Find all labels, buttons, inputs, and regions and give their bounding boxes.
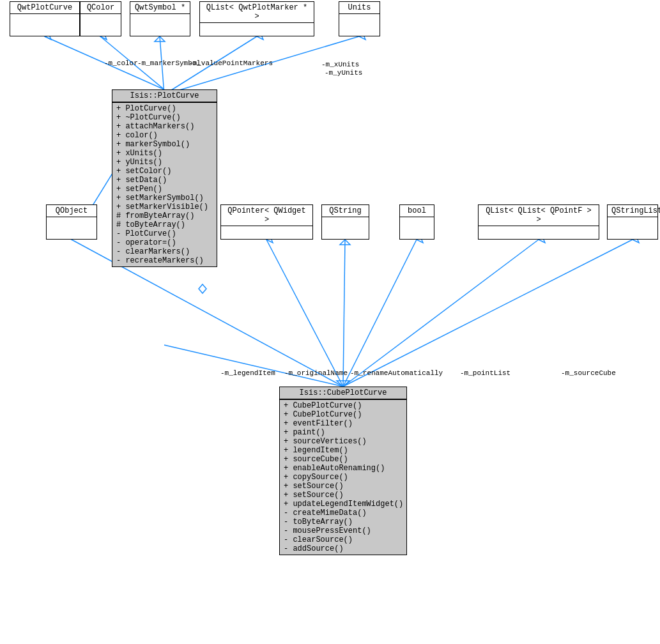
method-cube-6: + legendItem() (284, 446, 403, 455)
box-bool[interactable]: bool (399, 204, 434, 240)
method-cube-3: + eventFilter() (284, 419, 403, 428)
label-m-pointlist: -m_pointList (460, 369, 510, 377)
svg-line-19 (343, 240, 417, 387)
method-plotcurve-11: + setMarkerSymbol() (116, 194, 213, 203)
box-qstring-header: QString (322, 205, 369, 217)
box-qstringlist-body (608, 217, 657, 220)
method-plotcurve-10: + setPen() (116, 185, 213, 194)
label-m-originalname: -m_originalName (284, 369, 348, 377)
method-plotcurve-15: - PlotCurve() (116, 229, 213, 238)
label-m-legenditem: -m_legendItem (220, 369, 275, 377)
box-qobject-header: QObject (47, 205, 96, 217)
box-qwtplotcurve-body (10, 14, 79, 17)
box-qwtplotcurve-header: QwtPlotCurve (10, 2, 79, 14)
method-plotcurve-3: + attachMarkers() (116, 122, 213, 131)
method-plotcurve-6: + xUnits() (116, 149, 213, 158)
box-qlistmarker[interactable]: QList< QwtPlotMarker * > (199, 1, 314, 36)
label-m-xunits: -m_xUnits (321, 61, 359, 68)
box-qstringlist-header: QStringList (608, 205, 657, 217)
box-qwtplotcurve[interactable]: QwtPlotCurve (10, 1, 80, 36)
svg-line-15 (266, 240, 343, 387)
box-qwtsymbol[interactable]: QwtSymbol * (130, 1, 190, 36)
box-qlistmarker-header: QList< QwtPlotMarker * > (200, 2, 314, 23)
method-cube-11: + setSource() (284, 491, 403, 500)
method-cube-15: - mousePressEvent() (284, 526, 403, 535)
box-bool-body (400, 217, 434, 220)
box-units[interactable]: Units (339, 1, 380, 36)
method-plotcurve-12: + setMarkerVisible() (116, 203, 213, 211)
box-bool-header: bool (400, 205, 434, 217)
box-qobject-body (47, 217, 96, 220)
svg-marker-26 (199, 284, 206, 293)
box-qlistqpointf-header: QList< QList< QPointF > > (479, 205, 599, 226)
box-units-body (339, 14, 380, 17)
svg-line-23 (343, 240, 633, 387)
diagram-container: -m_color -m_markerSymbol -m_valuePointMa… (0, 0, 660, 644)
method-plotcurve-4: + color() (116, 131, 213, 140)
method-plotcurve-17: - clearMarkers() (116, 247, 213, 256)
box-qstring-body (322, 217, 369, 220)
box-qcolor[interactable]: QColor (80, 1, 121, 36)
box-qcolor-body (81, 14, 121, 17)
box-qpointerwidget-header: QPointer< QWidget > (221, 205, 312, 226)
method-plotcurve-16: - operator=() (116, 238, 213, 247)
method-plotcurve-5: + markerSymbol() (116, 140, 213, 149)
method-plotcurve-9: + setData() (116, 176, 213, 185)
label-m-valuepointmarkers: -m_valuePointMarkers (188, 59, 273, 67)
svg-line-17 (343, 240, 345, 387)
method-plotcurve-1: + PlotCurve() (116, 104, 213, 113)
box-qobject[interactable]: QObject (46, 204, 97, 240)
svg-line-21 (343, 240, 539, 387)
label-m-sourcecube: -m_sourceCube (561, 369, 616, 377)
method-cube-4: + paint() (284, 428, 403, 437)
method-cube-16: - clearSource() (284, 535, 403, 544)
method-cube-12: + updateLegendItemWidget() (284, 500, 403, 509)
box-plotcurve-body: + PlotCurve() + ~PlotCurve() + attachMar… (112, 103, 217, 266)
svg-marker-13 (337, 381, 349, 387)
box-cubeplotcurve-header: Isis::CubePlotCurve (280, 387, 406, 399)
label-m-renameautomatically: -m_renameAutomatically (350, 369, 443, 377)
box-qstringlist[interactable]: QStringList (607, 204, 658, 240)
method-cube-5: + sourceVertices() (284, 437, 403, 446)
method-plotcurve-13: # fromByteArray() (116, 211, 213, 220)
method-cube-9: + copySource() (284, 473, 403, 482)
method-cube-14: - toByteArray() (284, 518, 403, 526)
svg-marker-5 (155, 36, 165, 42)
label-m-color: -m_color (104, 59, 138, 67)
box-qlistqpointf[interactable]: QList< QList< QPointF > > (478, 204, 599, 240)
method-cube-13: - createMimeData() (284, 509, 403, 518)
method-cube-2: + CubePlotCurve() (284, 410, 403, 419)
method-plotcurve-14: # toByteArray() (116, 220, 213, 229)
box-plotcurve[interactable]: Isis::PlotCurve + PlotCurve() + ~PlotCur… (112, 89, 217, 267)
box-qwtsymbol-header: QwtSymbol * (130, 2, 190, 14)
box-qpointerwidget-body (221, 226, 312, 229)
method-plotcurve-2: + ~PlotCurve() (116, 113, 213, 122)
label-m-yunits: -m_yUnits (325, 69, 362, 77)
box-qlistqpointf-body (479, 226, 599, 229)
method-cube-17: - addSource() (284, 544, 403, 553)
box-qlistmarker-body (200, 23, 314, 26)
svg-marker-18 (340, 240, 350, 245)
box-qwtsymbol-body (130, 14, 190, 17)
method-cube-7: + sourceCube() (284, 455, 403, 464)
box-cubeplotcurve-body: + CubePlotCurve() + CubePlotCurve() + ev… (280, 400, 406, 555)
method-plotcurve-7: + yUnits() (116, 158, 213, 167)
box-units-header: Units (339, 2, 380, 14)
box-cubeplotcurve[interactable]: Isis::CubePlotCurve + CubePlotCurve() + … (279, 387, 407, 555)
box-qpointerwidget[interactable]: QPointer< QWidget > (220, 204, 313, 240)
method-cube-10: + setSource() (284, 482, 403, 491)
box-qcolor-header: QColor (81, 2, 121, 14)
method-plotcurve-18: - recreateMarkers() (116, 256, 213, 265)
svg-line-12 (164, 345, 343, 387)
method-cube-1: + CubePlotCurve() (284, 401, 403, 410)
box-qstring[interactable]: QString (321, 204, 369, 240)
box-plotcurve-header: Isis::PlotCurve (112, 90, 217, 102)
method-plotcurve-8: + setColor() (116, 167, 213, 176)
method-cube-8: + enableAutoRenaming() (284, 464, 403, 473)
